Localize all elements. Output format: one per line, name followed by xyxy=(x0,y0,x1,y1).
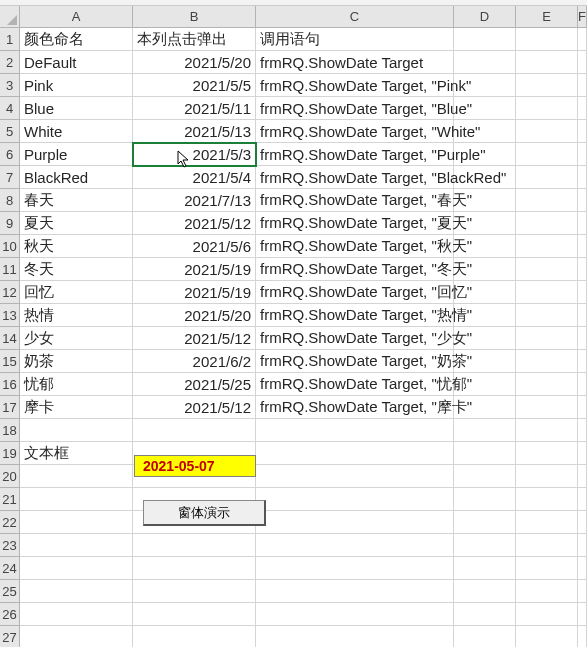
cell[interactable] xyxy=(256,442,454,465)
row-header[interactable]: 8 xyxy=(0,189,20,212)
cell[interactable] xyxy=(578,51,587,74)
cell[interactable]: 2021/5/5 xyxy=(133,74,256,97)
cell[interactable] xyxy=(516,557,578,580)
row-header[interactable]: 23 xyxy=(0,534,20,557)
cell[interactable] xyxy=(516,511,578,534)
cell[interactable] xyxy=(20,534,133,557)
cell[interactable]: frmRQ.ShowDate Target, "冬天" xyxy=(256,258,454,281)
cell[interactable] xyxy=(454,465,516,488)
cell[interactable]: 2021/7/13 xyxy=(133,189,256,212)
cell[interactable] xyxy=(256,419,454,442)
cell[interactable]: 奶茶 xyxy=(20,350,133,373)
cell[interactable] xyxy=(516,235,578,258)
cell[interactable] xyxy=(578,28,587,51)
cell[interactable]: 冬天 xyxy=(20,258,133,281)
cell[interactable]: Blue xyxy=(20,97,133,120)
cell[interactable]: 热情 xyxy=(20,304,133,327)
cell[interactable] xyxy=(578,166,587,189)
cell[interactable]: White xyxy=(20,120,133,143)
cell[interactable] xyxy=(454,28,516,51)
cell[interactable] xyxy=(133,626,256,647)
row-header[interactable]: 12 xyxy=(0,281,20,304)
row-header[interactable]: 4 xyxy=(0,97,20,120)
cell[interactable] xyxy=(516,258,578,281)
cell[interactable]: 2021/5/12 xyxy=(133,396,256,419)
cell[interactable] xyxy=(578,488,587,511)
select-all-corner[interactable] xyxy=(0,6,20,28)
cell[interactable] xyxy=(516,580,578,603)
cell[interactable]: 春天 xyxy=(20,189,133,212)
cell[interactable]: 少女 xyxy=(20,327,133,350)
row-header[interactable]: 25 xyxy=(0,580,20,603)
cell[interactable] xyxy=(578,442,587,465)
cell[interactable] xyxy=(20,511,133,534)
cell[interactable]: frmRQ.ShowDate Target, "少女" xyxy=(256,327,454,350)
row-header[interactable]: 15 xyxy=(0,350,20,373)
cell[interactable] xyxy=(578,626,587,647)
cell[interactable] xyxy=(20,626,133,647)
cell[interactable] xyxy=(516,465,578,488)
cell[interactable] xyxy=(578,373,587,396)
cell[interactable] xyxy=(578,580,587,603)
row-header[interactable]: 6 xyxy=(0,143,20,166)
cell[interactable]: 2021/5/4 xyxy=(133,166,256,189)
column-header[interactable]: A xyxy=(20,6,133,28)
row-header[interactable]: 27 xyxy=(0,626,20,647)
row-header[interactable]: 21 xyxy=(0,488,20,511)
row-header[interactable]: 7 xyxy=(0,166,20,189)
cell[interactable] xyxy=(454,488,516,511)
row-header[interactable]: 22 xyxy=(0,511,20,534)
cell[interactable]: BlackRed xyxy=(20,166,133,189)
cell[interactable]: 夏天 xyxy=(20,212,133,235)
cell[interactable] xyxy=(256,626,454,647)
row-header[interactable]: 14 xyxy=(0,327,20,350)
cell[interactable] xyxy=(578,350,587,373)
cell[interactable]: 2021/6/2 xyxy=(133,350,256,373)
row-header[interactable]: 24 xyxy=(0,557,20,580)
cell[interactable]: 摩卡 xyxy=(20,396,133,419)
cell[interactable]: frmRQ.ShowDate Target, "热情" xyxy=(256,304,454,327)
cell[interactable] xyxy=(516,97,578,120)
cell[interactable] xyxy=(20,580,133,603)
cell[interactable] xyxy=(256,557,454,580)
cell[interactable] xyxy=(20,603,133,626)
cell[interactable]: frmRQ.ShowDate Target xyxy=(256,51,454,74)
cell[interactable] xyxy=(578,419,587,442)
cell[interactable] xyxy=(578,511,587,534)
cell[interactable] xyxy=(578,189,587,212)
row-header[interactable]: 9 xyxy=(0,212,20,235)
cell[interactable] xyxy=(133,534,256,557)
cell[interactable] xyxy=(454,511,516,534)
cell[interactable]: 2021/5/12 xyxy=(133,212,256,235)
cell[interactable] xyxy=(454,442,516,465)
column-header[interactable]: F xyxy=(578,6,587,28)
cell[interactable] xyxy=(256,488,454,511)
cell[interactable]: 调用语句 xyxy=(256,28,454,51)
row-header[interactable]: 17 xyxy=(0,396,20,419)
cell[interactable] xyxy=(578,235,587,258)
cell[interactable] xyxy=(20,419,133,442)
cell[interactable]: Pink xyxy=(20,74,133,97)
cell[interactable] xyxy=(516,350,578,373)
cell[interactable] xyxy=(516,373,578,396)
cell[interactable] xyxy=(516,166,578,189)
cell[interactable]: frmRQ.ShowDate Target, "忧郁" xyxy=(256,373,454,396)
cell[interactable] xyxy=(578,465,587,488)
cell[interactable] xyxy=(454,534,516,557)
cell[interactable]: 2021/5/12 xyxy=(133,327,256,350)
cell[interactable]: frmRQ.ShowDate Target, "White" xyxy=(256,120,454,143)
cell[interactable] xyxy=(133,580,256,603)
column-header[interactable]: B xyxy=(133,6,256,28)
cell[interactable] xyxy=(578,603,587,626)
cell[interactable] xyxy=(454,557,516,580)
row-header[interactable]: 18 xyxy=(0,419,20,442)
cell[interactable] xyxy=(578,327,587,350)
cell[interactable] xyxy=(256,465,454,488)
row-header[interactable]: 2 xyxy=(0,51,20,74)
cell[interactable] xyxy=(578,281,587,304)
cell[interactable]: 2021/5/20 xyxy=(133,304,256,327)
column-header[interactable]: C xyxy=(256,6,454,28)
cell[interactable]: 2021/5/11 xyxy=(133,97,256,120)
cell[interactable] xyxy=(20,488,133,511)
row-header[interactable]: 5 xyxy=(0,120,20,143)
